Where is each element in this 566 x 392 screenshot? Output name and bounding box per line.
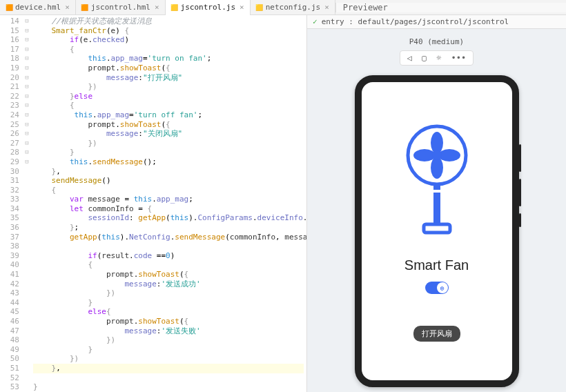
file-type-icon: 🟨 — [171, 4, 178, 11]
file-tab-label: jscontrol.hml — [91, 3, 150, 12]
close-icon[interactable]: × — [324, 3, 329, 12]
device-model-label: P40 (medium) — [409, 37, 464, 46]
fan-icon — [399, 121, 475, 245]
code-editor[interactable]: 14 15 16 17 18 19 20 21 22 23 24 25 26 2… — [0, 15, 307, 392]
fold-gutter: ⊟ ⊟ ⊟ ⊟ ⊟ ⊟ ⊟ ⊟ ⊟ ⊟ ⊟ ⊟ ⊟ ⊟ ⊟ ⊟ — [23, 15, 30, 392]
previewer-tab[interactable]: Previewer — [335, 3, 566, 12]
previewer-tab-label: Previewer — [343, 3, 388, 12]
status-ok-icon: ✓ — [313, 17, 318, 26]
breadcrumb: entry : default/pages/jscontrol/jscontro… — [322, 17, 509, 26]
file-tab-label: jscontrol.js — [181, 3, 235, 12]
svg-point-5 — [432, 150, 442, 160]
code-area[interactable]: //根据开关状态确定发送消息 Smart_fanCtr(e) { if(e.ch… — [30, 15, 306, 392]
toast-message: 打开风扇 — [413, 326, 460, 342]
preview-breadcrumb-bar: ✓ entry : default/pages/jscontrol/jscont… — [307, 15, 566, 29]
more-icon[interactable]: ••• — [451, 53, 467, 63]
file-tab-label: netconfig.js — [266, 3, 320, 12]
back-icon[interactable]: ◁ — [407, 53, 412, 63]
close-icon[interactable]: × — [240, 3, 244, 12]
file-tab[interactable]: 🟧device.hml× — [0, 0, 76, 15]
file-tab-label: device.hml — [15, 3, 61, 12]
svg-rect-8 — [424, 224, 450, 233]
rotate-icon[interactable]: ▢ — [422, 53, 427, 63]
editor-tab-bar: 🟧device.hml×🟧jscontrol.hml×🟨jscontrol.js… — [0, 0, 566, 15]
app-screen: Smart Fan 打开风扇 — [362, 82, 512, 380]
file-type-icon: 🟨 — [256, 4, 263, 11]
file-tab[interactable]: 🟨jscontrol.js× — [166, 0, 251, 15]
svg-rect-7 — [433, 190, 440, 193]
preview-toolbar: ◁ ▢ ☼ ••• — [400, 50, 474, 66]
close-icon[interactable]: × — [155, 3, 159, 12]
line-gutter: 14 15 16 17 18 19 20 21 22 23 24 25 26 2… — [0, 15, 23, 392]
file-tab[interactable]: 🟧jscontrol.hml× — [76, 0, 166, 15]
side-button-icon — [519, 179, 521, 206]
file-type-icon: 🟧 — [6, 4, 12, 11]
side-button-icon — [519, 144, 521, 172]
device-frame: Smart Fan 打开风扇 — [355, 75, 519, 387]
file-tab[interactable]: 🟨netconfig.js× — [251, 0, 335, 15]
brightness-icon[interactable]: ☼ — [436, 53, 441, 63]
close-icon[interactable]: × — [65, 3, 70, 12]
side-button-icon — [519, 213, 521, 227]
app-title: Smart Fan — [404, 257, 469, 273]
file-type-icon: 🟧 — [81, 4, 88, 11]
preview-panel: ✓ entry : default/pages/jscontrol/jscont… — [307, 15, 566, 392]
fan-toggle[interactable] — [425, 282, 449, 294]
